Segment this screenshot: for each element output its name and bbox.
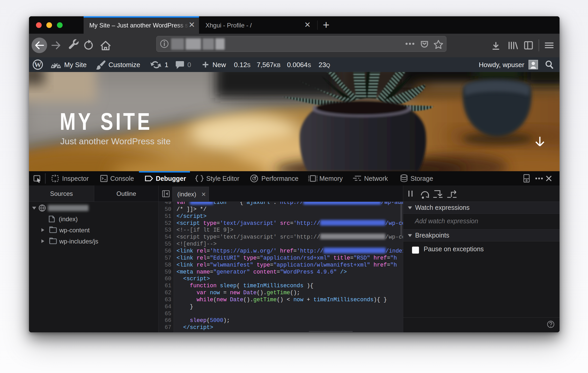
svg-text:W: W [34,61,41,69]
